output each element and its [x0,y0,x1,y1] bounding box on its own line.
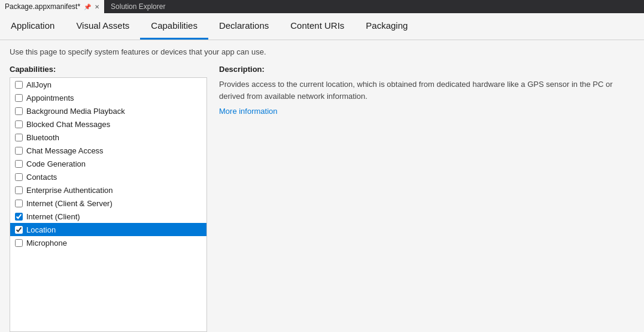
capability-enterprise-auth-label: Enterprise Authentication [26,186,113,195]
tab-label: Package.appxmanifest* [5,2,80,11]
checkbox-internet-client[interactable] [15,213,23,221]
checkbox-contacts[interactable] [15,173,23,181]
capability-enterprise-auth[interactable]: Enterprise Authentication [10,183,206,197]
tab-visual-assets[interactable]: Visual Assets [65,13,140,40]
capability-internet-client[interactable]: Internet (Client) [10,210,206,223]
capability-bluetooth-label: Bluetooth [26,133,59,142]
capability-alljoyn-label: AllJoyn [26,80,51,89]
capability-contacts-label: Contacts [26,173,57,182]
capability-chat-message[interactable]: Chat Message Access [10,144,206,157]
active-tab[interactable]: Package.appxmanifest* 📌 ✕ [0,0,105,13]
checkbox-appointments[interactable] [15,94,23,102]
tab-packaging[interactable]: Packaging [355,13,418,40]
checkbox-bluetooth[interactable] [15,134,23,141]
capability-internet-client-server[interactable]: Internet (Client & Server) [10,197,206,210]
close-icon[interactable]: ✕ [95,4,99,10]
checkbox-code-generation[interactable] [15,160,23,168]
main-content: Use this page to specify system features… [0,40,644,332]
capability-location-label: Location [26,225,56,234]
capability-appointments[interactable]: Appointments [10,91,206,104]
checkbox-blocked-chat[interactable] [15,120,23,128]
tab-content-uris[interactable]: Content URIs [280,13,355,40]
capability-location[interactable]: Location [10,223,206,236]
description-label: Description: [219,65,622,74]
checkbox-location[interactable] [15,226,23,234]
solution-explorer-label: Solution Explorer [111,2,165,11]
solution-explorer-tab[interactable]: Solution Explorer [105,0,171,13]
capabilities-label: Capabilities: [10,65,207,74]
description-text: Provides access to the current location,… [219,79,622,102]
checkbox-background-media[interactable] [15,107,23,115]
capability-background-media[interactable]: Background Media Playback [10,104,206,117]
capability-background-media-label: Background Media Playback [26,107,125,116]
checkbox-chat-message[interactable] [15,147,23,155]
title-bar: Package.appxmanifest* 📌 ✕ Solution Explo… [0,0,644,13]
checkbox-alljoyn[interactable] [15,81,23,89]
capability-internet-client-label: Internet (Client) [26,212,80,221]
pin-icon[interactable]: 📌 [84,4,91,10]
capability-blocked-chat[interactable]: Blocked Chat Messages [10,117,206,131]
capabilities-panel: Capabilities: AllJoyn Appointments Backg… [10,65,207,332]
nav-tabs: Application Visual Assets Capabilities D… [0,13,644,40]
capability-chat-message-label: Chat Message Access [26,146,104,155]
capability-microphone-label: Microphone [26,239,67,248]
capability-code-generation-label: Code Generation [26,159,86,168]
capability-alljoyn[interactable]: AllJoyn [10,78,206,91]
capability-bluetooth[interactable]: Bluetooth [10,131,206,144]
page-description: Use this page to specify system features… [10,47,634,56]
tab-declarations[interactable]: Declarations [208,13,280,40]
checkbox-microphone[interactable] [15,239,23,247]
content-area: Capabilities: AllJoyn Appointments Backg… [10,65,634,332]
tab-application[interactable]: Application [0,13,65,40]
capabilities-list: AllJoyn Appointments Background Media Pl… [10,77,207,332]
checkbox-enterprise-auth[interactable] [15,186,23,194]
more-info-link[interactable]: More information [219,107,278,116]
capability-appointments-label: Appointments [26,93,74,102]
capability-contacts[interactable]: Contacts [10,170,206,183]
checkbox-internet-client-server[interactable] [15,200,23,207]
capability-blocked-chat-label: Blocked Chat Messages [26,120,110,129]
capability-internet-client-server-label: Internet (Client & Server) [26,199,113,208]
tab-capabilities[interactable]: Capabilities [140,13,208,40]
capability-code-generation[interactable]: Code Generation [10,157,206,170]
description-panel: Description: Provides access to the curr… [207,65,634,332]
capability-microphone[interactable]: Microphone [10,236,206,249]
